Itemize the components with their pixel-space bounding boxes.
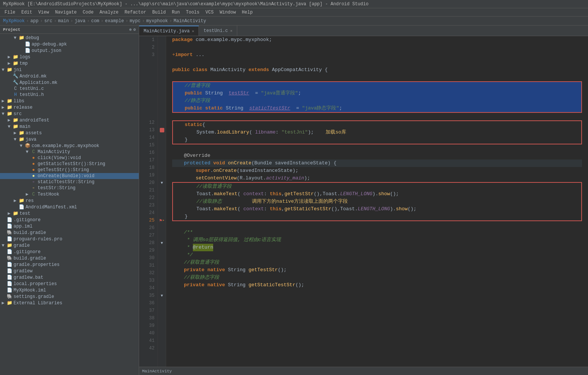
- tree-item-applicationmk[interactable]: 🔧 Application.mk: [0, 79, 139, 86]
- breadcrumb-example[interactable]: example: [105, 18, 124, 24]
- tree-item-getstatictest[interactable]: ● getStaticTestStr():String: [0, 161, 139, 167]
- breadcrumb-main[interactable]: main: [58, 18, 69, 24]
- tree-item-gitignore[interactable]: 📄 .gitignore: [0, 217, 139, 223]
- breadcrumb-java[interactable]: java: [74, 18, 85, 24]
- menu-refactor[interactable]: Refactor: [121, 9, 149, 16]
- folder-debug-icon: 📁: [18, 35, 25, 41]
- menu-edit[interactable]: Edit: [18, 9, 35, 16]
- tree-label-package: com.example.mypc.myxphook: [32, 143, 99, 149]
- tree-item-package[interactable]: ▼ 📦 com.example.mypc.myxphook: [0, 143, 139, 149]
- tab-testuni[interactable]: testUni.c ✕: [199, 26, 237, 36]
- breadcrumb-myhook[interactable]: MyXpHook: [3, 18, 25, 24]
- code-line-18: public static String staticTtestStr = "j…: [173, 105, 581, 112]
- tree-item-localprops[interactable]: 📄 local.properties: [0, 281, 139, 287]
- tree-item-gradle[interactable]: ▼ 📁 gradle: [0, 242, 139, 249]
- code-line-14: [172, 74, 582, 81]
- tree-item-statictest[interactable]: ▫ staticTtestStr:String: [0, 179, 139, 185]
- tree-item-external[interactable]: ▶ 📁 External Libraries: [0, 300, 139, 306]
- tree-item-appiml[interactable]: 📄 app.iml: [0, 223, 139, 229]
- tree-item-main[interactable]: ▼ 📁 main: [0, 123, 139, 130]
- menu-run[interactable]: Run: [169, 9, 183, 16]
- tree-item-apk[interactable]: 📄 app-debug.apk: [0, 41, 139, 47]
- tab-testuni-close[interactable]: ✕: [230, 29, 232, 33]
- tab-mainactivity-close[interactable]: ✕: [192, 29, 194, 33]
- tree-label-localprops: local.properties: [14, 281, 57, 287]
- title-text: MyXpHook [E:\AndroidStudioProjects\MyXpH…: [3, 2, 368, 7]
- breadcrumb-bar: MyXpHook › app › src › main › java › com…: [0, 17, 588, 26]
- tree-item-androidtest[interactable]: ▶ 📁 androidTest: [0, 117, 139, 123]
- tree-label-external: External Libraries: [14, 301, 62, 306]
- code-line-2: [172, 44, 582, 51]
- tree-item-logs[interactable]: ▶ 📁 logs: [0, 54, 139, 60]
- sidebar-sync-icon[interactable]: ⊕: [129, 27, 132, 32]
- tabs-bar: MainActivity.java ✕ testUni.c ✕: [139, 26, 588, 36]
- sidebar-title: Project: [3, 27, 20, 32]
- tree-item-src[interactable]: ▼ 📁 src: [0, 111, 139, 117]
- gutter-fold-28: ▼: [161, 241, 163, 245]
- tree-label-proguard: proguard-rules.pro: [14, 237, 62, 242]
- breadcrumb-com[interactable]: com: [91, 18, 99, 24]
- tree-item-debug[interactable]: ▼ 📁 debug: [0, 35, 139, 41]
- sidebar[interactable]: Project ⊕ ⚙ ▼ 📁 debug 📄 app-: [0, 26, 139, 375]
- code-line-41: private native String getStaticTestStr()…: [172, 281, 582, 289]
- tree-item-gradlewbat[interactable]: 📄 gradlew.bat: [0, 274, 139, 281]
- menu-code[interactable]: Code: [80, 9, 97, 16]
- tree-item-mainactivity[interactable]: ▼ C MainActivity: [0, 149, 139, 155]
- breadcrumb-mainactivity[interactable]: MainActivity: [174, 18, 206, 24]
- tree-item-gradlew[interactable]: 📄 gradlew: [0, 268, 139, 274]
- code-line-16: public String testStr = "java普通字段";: [173, 90, 581, 97]
- method-protected-icon: ●: [30, 173, 37, 179]
- menu-tools[interactable]: Tools: [183, 9, 203, 16]
- breadcrumb-myxphook[interactable]: myxphook: [146, 18, 168, 24]
- tree-item-myxphookiml[interactable]: 📄 MyXpHook.iml: [0, 287, 139, 293]
- tree-item-res[interactable]: ▶ 📁 res: [0, 197, 139, 204]
- tree-item-oncreate[interactable]: ● onCreate(Bundle):void: [0, 173, 139, 179]
- tree-item-gradleprops[interactable]: 📄 gradle.properties: [0, 261, 139, 268]
- menu-file[interactable]: File: [2, 9, 18, 16]
- tree-item-assets[interactable]: ▶ 📁 assets: [0, 130, 139, 136]
- tree-item-testuni-c[interactable]: C testUni.c: [0, 86, 139, 92]
- menu-vcs[interactable]: VCS: [203, 9, 217, 16]
- tree-item-gettest[interactable]: ● getTestStr():String: [0, 167, 139, 173]
- tree-item-androidmk[interactable]: 🔧 Android.mk: [0, 73, 139, 79]
- code-editor[interactable]: 1 2 3 4 5 6 7 8 9 10 11 12 13 14 15 16 1…: [139, 36, 588, 367]
- tree-item-libs[interactable]: ▶ 📁 libs: [0, 98, 139, 104]
- menu-view[interactable]: View: [35, 9, 52, 16]
- file-manifest-icon: 📄: [18, 204, 25, 210]
- tree-label-java: java: [26, 137, 36, 142]
- file-output-icon: 📄: [24, 48, 31, 53]
- breadcrumb-src[interactable]: src: [44, 18, 53, 24]
- code-line-13: public class MainActivity extends AppCom…: [172, 66, 582, 74]
- tree-item-teststr[interactable]: ▫ testStr:String: [0, 185, 139, 191]
- tree-item-gitignore-root[interactable]: 📄 .gitignore: [0, 249, 139, 255]
- title-bar: MyXpHook [E:\AndroidStudioProjects\MyXpH…: [0, 0, 588, 8]
- menu-build[interactable]: Build: [149, 9, 169, 16]
- menu-window[interactable]: Window: [217, 9, 239, 16]
- tree-item-click[interactable]: ● click(View):void: [0, 155, 139, 161]
- menu-analyze[interactable]: Analyze: [97, 9, 121, 16]
- code-line-34: /**: [172, 229, 582, 236]
- tab-mainactivity[interactable]: MainActivity.java ✕: [139, 26, 199, 36]
- tree-item-settingsgradle[interactable]: 🐘 settings.gradle: [0, 293, 139, 300]
- folder-src-icon: 📁: [6, 111, 13, 117]
- tree-item-proguard[interactable]: 📄 proguard-rules.pro: [0, 236, 139, 242]
- tree-item-test[interactable]: ▶ 📁 test: [0, 210, 139, 217]
- tree-item-testhook[interactable]: ▶ C TestHook: [0, 191, 139, 197]
- menu-help[interactable]: Help: [239, 9, 256, 16]
- tree-item-tmp[interactable]: ▶ 📁 tmp: [0, 60, 139, 67]
- breadcrumb-mypc[interactable]: mypc: [130, 18, 141, 24]
- tree-item-testuni-h[interactable]: H testUni.h: [0, 92, 139, 98]
- tree-item-buildgradle-app[interactable]: 🐘 build.gradle: [0, 229, 139, 236]
- tree-item-output[interactable]: 📄 output.json: [0, 47, 139, 54]
- breadcrumb-app[interactable]: app: [30, 18, 39, 24]
- code-content[interactable]: package com.example.mypc.myxphook; +impo…: [166, 36, 588, 367]
- sidebar-settings-icon[interactable]: ⚙: [133, 27, 136, 32]
- menu-navigate[interactable]: Navigate: [52, 9, 80, 16]
- tree-item-jni[interactable]: ▼ 📁 jni: [0, 67, 139, 73]
- code-line-42: [172, 289, 582, 296]
- tree-item-manifest[interactable]: 📄 AndroidManifest.xml: [0, 204, 139, 210]
- tree-item-buildgradle-root[interactable]: 🐘 build.gradle: [0, 255, 139, 261]
- file-buildgradle-root-icon: 🐘: [6, 255, 13, 261]
- tree-item-java[interactable]: ▼ 📁 java: [0, 136, 139, 143]
- tree-item-release[interactable]: ▶ 📁 release: [0, 104, 139, 111]
